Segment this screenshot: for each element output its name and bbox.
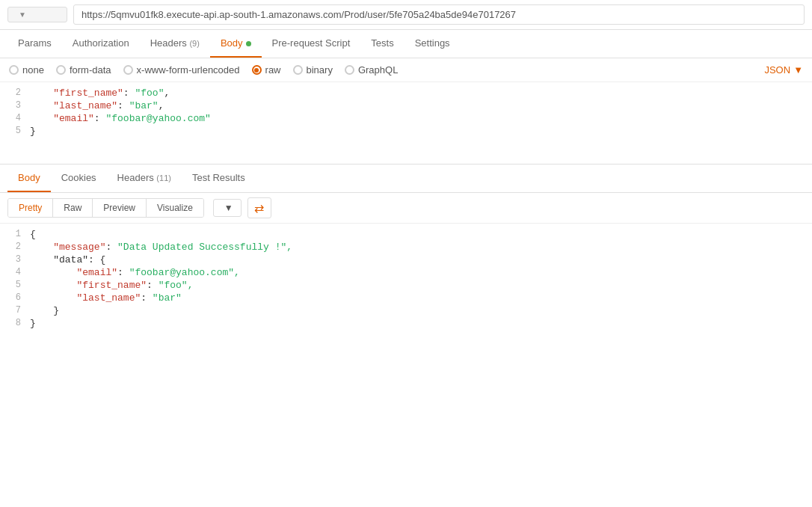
response-line-6: 6 "last_name": "bar" (0, 292, 812, 304)
response-line-8: 8} (0, 317, 812, 330)
line-content: "message": "Data Updated Successfully !"… (30, 242, 812, 253)
line-number: 7 (0, 305, 30, 316)
response-section: BodyCookiesHeaders (11)Test Results Pret… (0, 165, 812, 334)
response-line-3: 3 "data": { (0, 254, 812, 266)
radio-form-data (56, 65, 66, 75)
body-type-row: noneform-datax-www-form-urlencodedrawbin… (0, 58, 812, 82)
method-selector[interactable]: ▼ (7, 7, 67, 22)
line-content: "last_name": "bar" (30, 292, 812, 304)
resp-format-btn-pretty[interactable]: Pretty (8, 199, 53, 217)
line-number: 1 (0, 229, 30, 239)
line-content: "first_name": "foo", (30, 87, 812, 99)
response-tab-test-results[interactable]: Test Results (182, 165, 256, 192)
body-type-binary[interactable]: binary (293, 64, 333, 76)
json-type-selector[interactable]: JSON▼ (764, 64, 803, 76)
request-line-5: 5} (0, 125, 812, 138)
response-toolbar: PrettyRawPreviewVisualize ▼ ⇄ (0, 193, 812, 224)
url-bar: ▼ (0, 0, 812, 30)
response-line-5: 5 "first_name": "foo", (0, 279, 812, 292)
body-type-none[interactable]: none (9, 64, 44, 76)
response-code-editor: 1{2 "message": "Data Updated Successfull… (0, 224, 812, 334)
response-tab-body[interactable]: Body (7, 165, 51, 192)
request-line-3: 3 "last_name": "bar", (0, 99, 812, 112)
method-dropdown-arrow: ▼ (19, 10, 26, 19)
line-number: 6 (0, 292, 30, 303)
line-content: "email": "foobar@yahoo.com" (30, 113, 812, 124)
line-number: 2 (0, 242, 30, 252)
response-json-dropdown[interactable]: ▼ (213, 199, 242, 217)
body-type-x-www-form-urlencoded[interactable]: x-www-form-urlencoded (123, 64, 240, 76)
line-number: 5 (0, 280, 30, 290)
request-tab-pre-request-script[interactable]: Pre-request Script (262, 30, 361, 58)
line-content: } (30, 126, 812, 137)
response-line-7: 7 } (0, 304, 812, 317)
request-line-2: 2 "first_name": "foo", (0, 87, 812, 99)
json-label: JSON (764, 64, 790, 76)
response-json-dropdown-arrow: ▼ (224, 203, 233, 213)
line-content: } (30, 318, 812, 329)
response-tab-cookies[interactable]: Cookies (51, 165, 107, 192)
body-type-label-x-www-form-urlencoded: x-www-form-urlencoded (137, 64, 240, 76)
body-type-label-binary: binary (307, 64, 333, 76)
radio-binary (293, 65, 303, 75)
line-content: "last_name": "bar", (30, 100, 812, 111)
response-tabs: BodyCookiesHeaders (11)Test Results (0, 165, 812, 193)
body-type-label-raw: raw (265, 64, 281, 76)
line-content: "data": { (30, 254, 812, 265)
request-line-4: 4 "email": "foobar@yahoo.com" (0, 112, 812, 125)
request-tab-tests[interactable]: Tests (360, 30, 404, 58)
line-number: 5 (0, 126, 30, 136)
request-tabs: ParamsAuthorizationHeaders (9)BodyPre-re… (0, 30, 812, 58)
request-tab-authorization[interactable]: Authorization (62, 30, 140, 58)
body-type-label-graphql: GraphQL (358, 64, 398, 76)
response-format-group: PrettyRawPreviewVisualize (7, 198, 204, 218)
line-content: "first_name": "foo", (30, 280, 812, 291)
line-number: 3 (0, 100, 30, 111)
request-tab-params[interactable]: Params (7, 30, 62, 58)
body-type-raw[interactable]: raw (252, 64, 281, 76)
line-content: "email": "foobar@yahoo.com", (30, 267, 812, 278)
request-tab-headers[interactable]: Headers (9) (140, 30, 210, 58)
line-content: { (30, 229, 812, 240)
body-type-label-form-data: form-data (70, 64, 111, 76)
line-number: 4 (0, 113, 30, 123)
wrap-button[interactable]: ⇄ (247, 197, 271, 218)
radio-raw (252, 65, 262, 75)
url-input[interactable] (73, 4, 805, 25)
line-number: 2 (0, 87, 30, 98)
body-type-form-data[interactable]: form-data (56, 64, 111, 76)
request-body-editor[interactable]: 2 "first_name": "foo",3 "last_name": "ba… (0, 82, 812, 165)
resp-format-btn-visualize[interactable]: Visualize (147, 199, 203, 217)
body-type-graphql[interactable]: GraphQL (345, 64, 398, 76)
response-line-4: 4 "email": "foobar@yahoo.com", (0, 266, 812, 279)
resp-format-btn-raw[interactable]: Raw (53, 199, 93, 217)
wrap-icon: ⇄ (254, 201, 264, 215)
radio-none (9, 65, 19, 75)
request-tab-settings[interactable]: Settings (405, 30, 461, 58)
response-line-2: 2 "message": "Data Updated Successfully … (0, 241, 812, 254)
resp-format-btn-preview[interactable]: Preview (93, 199, 147, 217)
line-number: 3 (0, 254, 30, 265)
radio-graphql (345, 65, 354, 75)
radio-x-www-form-urlencoded (123, 65, 133, 75)
response-tab-headers[interactable]: Headers (11) (107, 165, 182, 192)
line-number: 4 (0, 267, 30, 277)
line-content: } (30, 305, 812, 316)
json-dropdown-arrow: ▼ (793, 64, 803, 76)
body-type-label-none: none (22, 64, 44, 76)
response-line-1: 1{ (0, 228, 812, 241)
request-tab-body[interactable]: Body (210, 30, 262, 58)
line-number: 8 (0, 318, 30, 328)
